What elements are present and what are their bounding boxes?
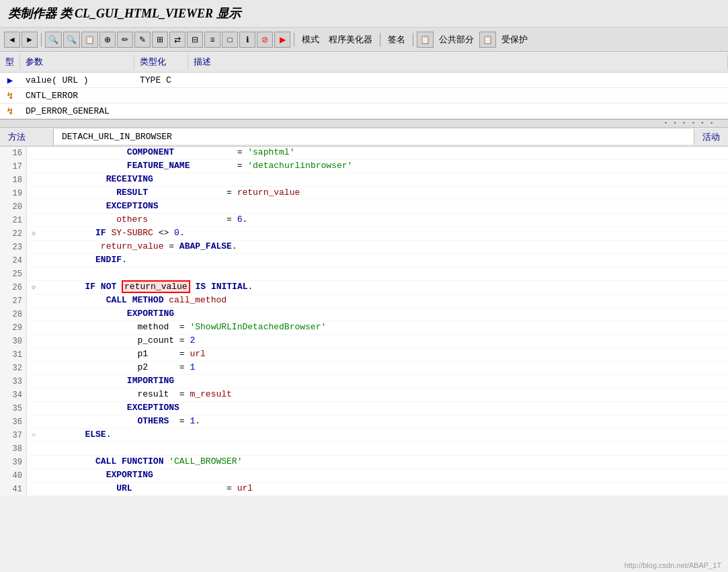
- code-content: IMPORTING: [40, 375, 728, 386]
- line-num: 25: [0, 268, 27, 280]
- protected-button[interactable]: 受保护: [497, 32, 532, 47]
- param-typing-3: [134, 109, 188, 113]
- col-header-type: 型: [0, 54, 20, 69]
- edit-button[interactable]: ✏: [117, 32, 133, 48]
- line-num: 16: [0, 147, 27, 159]
- code-line-33: 33 IMPORTING: [0, 375, 728, 389]
- code-line-35: 35 EXCEPTIONS: [0, 402, 728, 415]
- code-content: COMPONENT = 'saphtml': [40, 147, 728, 158]
- list-button[interactable]: ≡: [204, 32, 220, 48]
- code-content: IF SY-SUBRC <> 0.: [40, 227, 728, 239]
- row-icon-2: ↯: [0, 88, 20, 103]
- box-button[interactable]: □: [222, 32, 238, 48]
- code-line-39: 39 CALL FUNCTION 'CALL_BROWSER': [0, 456, 728, 469]
- run-button[interactable]: ▶: [274, 32, 290, 48]
- code-content: [40, 268, 728, 269]
- protected-icon[interactable]: 📋: [479, 32, 496, 48]
- param-typing-2: [134, 93, 188, 97]
- param-desc-2: [188, 93, 728, 97]
- forward-button[interactable]: ►: [22, 32, 38, 48]
- code-line-21: 21 others = 6.: [0, 214, 728, 227]
- line-num: 39: [0, 456, 27, 468]
- back-button[interactable]: ◄: [4, 32, 20, 48]
- col-header-desc: 描述: [188, 54, 728, 69]
- code-content: EXCEPTIONS: [40, 402, 728, 413]
- code-line-17: 17 FEATURE_NAME = 'detachurlinbrowser': [0, 160, 728, 173]
- line-num: 23: [0, 241, 27, 253]
- line-num: 33: [0, 375, 27, 388]
- watermark: http://blog.csdn.net/ABAP_1T: [624, 561, 721, 569]
- table-row[interactable]: ↯ DP_ERROR_GENERAL: [0, 104, 728, 119]
- row-icon-3: ↯: [0, 104, 20, 118]
- code-line-32: 32 p2 = 1: [0, 362, 728, 375]
- properties-button[interactable]: ✎: [134, 32, 151, 48]
- code-line-38: 38: [0, 442, 728, 456]
- row-icon-1: ▶: [0, 73, 20, 87]
- code-line-27: 27 CALL METHOD call_method: [0, 294, 728, 308]
- search-button[interactable]: 🔍: [45, 32, 62, 48]
- method-label: 方法: [0, 128, 54, 146]
- line-num: 18: [0, 173, 27, 186]
- find-button[interactable]: 🔍: [63, 32, 80, 48]
- param-name-1: value( URL ): [20, 73, 134, 87]
- line-num: 27: [0, 294, 27, 307]
- code-line-29: 29 method = 'ShowURLInDetachedBrowser': [0, 321, 728, 335]
- code-content: OTHERS = 1.: [40, 415, 728, 427]
- code-content: FEATURE_NAME = 'detachurlinbrowser': [40, 160, 728, 171]
- param-name-3: DP_ERROR_GENERAL: [20, 104, 134, 118]
- code-content: ELSE.: [40, 429, 728, 440]
- code-content: others = 6.: [40, 214, 728, 225]
- method-bar: 方法 DETACH_URL_IN_BROWSER 活动: [0, 128, 728, 147]
- method-button[interactable]: ⇄: [169, 32, 186, 48]
- title-text: 类制作器 类 CL_GUI_HTML_VIEWER 显示: [8, 7, 241, 20]
- line-num: 36: [0, 415, 27, 428]
- title-bar: 类制作器 类 CL_GUI_HTML_VIEWER 显示: [0, 0, 728, 28]
- table-button[interactable]: ⊞: [152, 32, 168, 48]
- code-line-31: 31 p1 = url: [0, 348, 728, 362]
- table-row[interactable]: ↯ CNTL_ERROR: [0, 88, 728, 104]
- line-num: 30: [0, 335, 27, 348]
- method-value: DETACH_URL_IN_BROWSER: [54, 129, 694, 145]
- line-num: 24: [0, 254, 27, 267]
- line-num: 26: [0, 281, 27, 294]
- line-num: 20: [0, 200, 27, 213]
- code-content: IF NOT return_value IS INITIAL.: [40, 281, 728, 292]
- code-line-26: 26 ◇ IF NOT return_value IS INITIAL.: [0, 281, 728, 294]
- code-content: result = m_result: [40, 389, 728, 400]
- breakpoint[interactable]: ○: [27, 432, 40, 439]
- table-row[interactable]: ▶ value( URL ) TYPE C: [0, 73, 728, 88]
- copy-button[interactable]: 📋: [81, 32, 98, 48]
- info-button[interactable]: ℹ: [239, 32, 255, 48]
- line-num: 31: [0, 348, 27, 361]
- param-desc-3: [188, 109, 728, 113]
- public-part-button[interactable]: 公共部分: [435, 32, 478, 47]
- breakpoint[interactable]: ◇: [27, 229, 40, 237]
- paste-button[interactable]: ⊕: [99, 32, 116, 48]
- sign-button[interactable]: 签名: [384, 32, 409, 47]
- line-num: 41: [0, 483, 27, 495]
- line-num: 21: [0, 214, 27, 227]
- code-line-19: 19 RESULT = return_value: [0, 187, 728, 200]
- code-line-36: 36 OTHERS = 1.: [0, 415, 728, 429]
- breakpoint[interactable]: ◇: [27, 283, 40, 291]
- code-line-23: 23 return_value = ABAP_FALSE.: [0, 241, 728, 254]
- line-num: 34: [0, 389, 27, 401]
- line-num: 32: [0, 362, 27, 374]
- line-num: 35: [0, 402, 27, 415]
- mode-button[interactable]: 模式: [298, 32, 323, 47]
- struct-button[interactable]: ⊟: [187, 32, 203, 48]
- code-line-20: 20 EXCEPTIONS: [0, 200, 728, 214]
- param-name-2: CNTL_ERROR: [20, 89, 134, 103]
- code-content: CALL FUNCTION 'CALL_BROWSER': [40, 456, 728, 467]
- stop-button[interactable]: ⊘: [257, 32, 273, 48]
- code-line-37: 37 ○ ELSE.: [0, 429, 728, 442]
- code-line-40: 40 EXPORTING: [0, 469, 728, 483]
- separator-2: [294, 33, 294, 46]
- code-content: method = 'ShowURLInDetachedBrowser': [40, 321, 728, 333]
- table-area: 型 参数 类型化 描述 ▶ value( URL ) TYPE C ↯ CNTL…: [0, 52, 728, 120]
- col-header-param: 参数: [20, 54, 134, 69]
- code-line-22: 22 ◇ IF SY-SUBRC <> 0.: [0, 227, 728, 241]
- public-icon[interactable]: 📋: [417, 32, 434, 48]
- code-content: CALL METHOD call_method: [40, 294, 728, 306]
- beautify-button[interactable]: 程序美化器: [325, 32, 376, 47]
